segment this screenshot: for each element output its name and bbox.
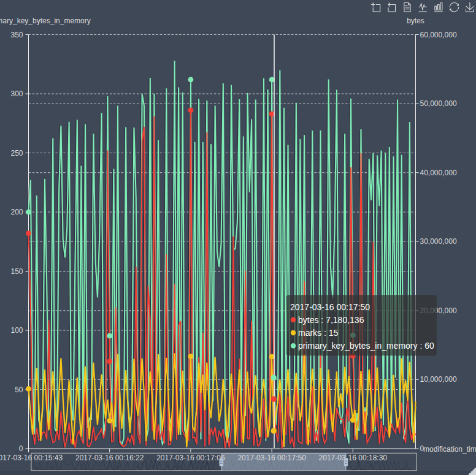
svg-text:bytes : 7,180,136: bytes : 7,180,136 xyxy=(298,315,364,325)
svg-text:150: 150 xyxy=(10,267,23,276)
svg-text:40,000,000: 40,000,000 xyxy=(420,169,457,177)
svg-text:100: 100 xyxy=(10,326,23,335)
svg-text:2017-03-16 00:15:43: 2017-03-16 00:15:43 xyxy=(0,454,63,462)
svg-text:50,000,000: 50,000,000 xyxy=(420,99,457,108)
svg-text:2017-03-16 00:16:22: 2017-03-16 00:16:22 xyxy=(75,454,144,462)
svg-text:0: 0 xyxy=(19,444,23,453)
svg-text:2017-03-16 00:17:06: 2017-03-16 00:17:06 xyxy=(156,454,225,462)
svg-text:30,000,000: 30,000,000 xyxy=(420,237,457,246)
svg-text:200: 200 xyxy=(10,208,23,216)
svg-text:250: 250 xyxy=(10,149,23,158)
svg-text:2017-03-16 00:18:30: 2017-03-16 00:18:30 xyxy=(319,454,388,462)
svg-text:marks : 15: marks : 15 xyxy=(298,328,339,338)
svg-text:primary_key_bytes_in_memory: primary_key_bytes_in_memory xyxy=(0,17,91,25)
svg-text:60,000,000: 60,000,000 xyxy=(420,31,457,39)
svg-text:primary_key_bytes_in_memory :: primary_key_bytes_in_memory : 60 xyxy=(298,341,434,351)
svg-text:10,000,000: 10,000,000 xyxy=(420,375,457,384)
svg-text:50: 50 xyxy=(15,386,23,394)
svg-text:350: 350 xyxy=(10,31,23,39)
svg-text:bytes: bytes xyxy=(407,17,424,25)
svg-text:2017-03-16 00:17:50: 2017-03-16 00:17:50 xyxy=(290,302,370,312)
svg-text:2017-03-16 00:17:50: 2017-03-16 00:17:50 xyxy=(237,454,306,462)
svg-text:300: 300 xyxy=(10,89,23,98)
svg-text:modification_time: modification_time xyxy=(423,445,476,454)
